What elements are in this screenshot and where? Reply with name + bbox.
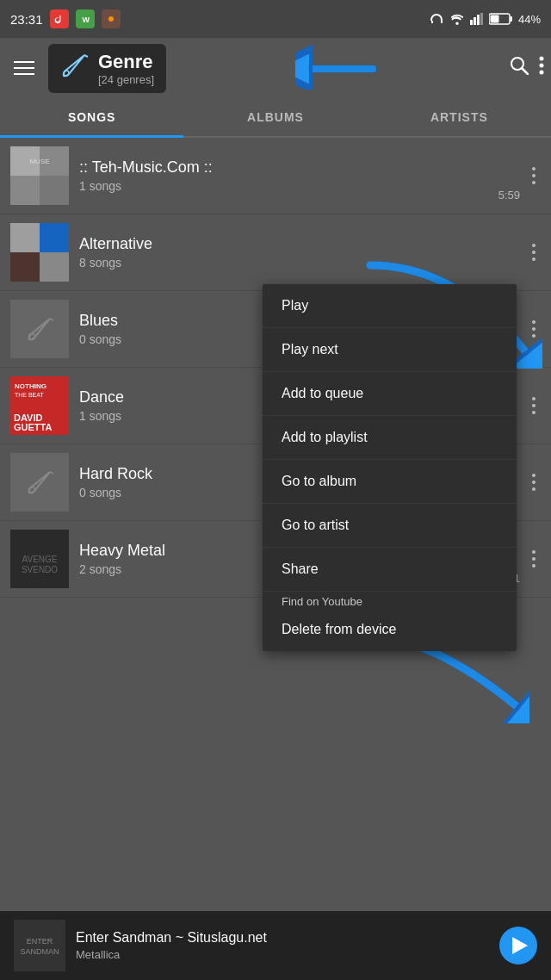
genre-songs: 8 songs <box>79 256 517 270</box>
svg-rect-21 <box>40 176 69 205</box>
genre-thumb-teh: MUSE <box>10 146 69 205</box>
svg-line-12 <box>84 55 88 57</box>
app-icon-whatsapp: W <box>76 9 95 28</box>
genre-name: Alternative <box>79 235 517 253</box>
genre-info: Alternative 8 songs <box>69 235 527 270</box>
more-options-button[interactable] <box>539 56 544 80</box>
mosaic-cell-2 <box>40 223 69 252</box>
genre-more-button[interactable] <box>527 394 541 418</box>
status-time: 23:31 <box>10 12 43 27</box>
signal-icon <box>470 13 484 25</box>
svg-line-30 <box>50 472 53 474</box>
svg-text:SANDMAN: SANDMAN <box>20 947 59 956</box>
hamburger-button[interactable] <box>7 54 41 82</box>
svg-rect-10 <box>510 16 512 22</box>
list-item: Alternative 8 songs <box>0 214 551 291</box>
context-menu-go-artist[interactable]: Go to artist <box>263 504 517 548</box>
genre-songs: 1 songs <box>79 179 517 193</box>
genre-thumb-dance: NOTHINGTHE BEATDAVIDGUETTA <box>10 376 69 435</box>
svg-text:MUSE: MUSE <box>29 158 49 165</box>
status-bar: 23:31 W 44% <box>0 0 551 38</box>
wifi-icon <box>449 13 465 25</box>
now-playing-bar: ENTERSANDMAN Enter Sandman ~ Situslagu.n… <box>0 911 551 980</box>
svg-rect-11 <box>490 16 498 23</box>
svg-line-15 <box>522 68 528 74</box>
status-left: 23:31 W <box>10 9 121 28</box>
mosaic-cell-3 <box>10 252 40 282</box>
arrow-annotation <box>173 45 503 92</box>
now-playing-title: Enter Sandman ~ Situslagu.net <box>76 930 489 946</box>
app-icon-3 <box>102 9 121 28</box>
genre-more-button[interactable] <box>527 547 541 571</box>
battery-icon <box>489 13 513 25</box>
now-playing-artist: Metallica <box>76 948 489 961</box>
genre-name: :: Teh-Music.Com :: <box>79 158 517 177</box>
context-menu-delete[interactable]: Delete from device <box>263 611 517 651</box>
header-icons <box>510 56 544 80</box>
genre-count: [24 genres] <box>98 73 154 86</box>
search-button[interactable] <box>510 56 529 80</box>
genre-more-button[interactable] <box>527 317 541 341</box>
now-playing-thumb: ENTERSANDMAN <box>14 920 65 971</box>
header: Genre [24 genres] <box>0 38 551 98</box>
genre-thumb-metal: AVENGESVENDO <box>10 530 69 588</box>
genre-thumb-hardrock <box>10 453 69 512</box>
svg-point-4 <box>108 16 114 22</box>
context-menu-play-next[interactable]: Play next <box>263 328 517 372</box>
svg-rect-7 <box>477 15 480 25</box>
tab-albums[interactable]: ALBUMS <box>183 98 367 136</box>
guitar-icon <box>60 53 90 83</box>
mosaic-cell-1 <box>10 223 40 252</box>
genre-more-button[interactable] <box>527 470 541 494</box>
tab-bar: SONGS ALBUMS ARTISTS <box>0 98 551 138</box>
list-item: MUSE :: Teh-Music.Com :: 1 songs 5:59 <box>0 138 551 214</box>
app-icon-tiktok <box>50 9 69 28</box>
svg-text:GUETTA: GUETTA <box>14 422 52 432</box>
title-text-group: Genre [24 genres] <box>98 51 154 86</box>
context-menu: Play Play next Add to queue Add to playl… <box>263 284 517 651</box>
svg-rect-6 <box>474 17 476 25</box>
svg-text:SVENDO: SVENDO <box>22 565 58 574</box>
status-right: 44% <box>429 13 541 26</box>
svg-rect-35 <box>14 920 65 971</box>
svg-text:NOTHING: NOTHING <box>15 382 46 390</box>
svg-text:ENTER: ENTER <box>27 937 53 946</box>
mosaic-cell-4 <box>40 252 69 282</box>
now-playing-info: Enter Sandman ~ Situslagu.net Metallica <box>76 930 489 961</box>
svg-point-16 <box>540 57 544 61</box>
genre-thumb-blues <box>10 300 69 358</box>
context-menu-share[interactable]: Share <box>263 548 517 592</box>
svg-rect-5 <box>470 20 473 25</box>
tab-songs[interactable]: SONGS <box>0 98 183 136</box>
genre-thumb-alternative <box>10 223 69 282</box>
context-menu-go-album[interactable]: Go to album <box>263 460 517 504</box>
svg-text:W: W <box>82 16 90 24</box>
svg-point-18 <box>540 71 544 75</box>
context-menu-play[interactable]: Play <box>263 284 517 328</box>
svg-rect-8 <box>480 13 483 25</box>
genre-more-button[interactable] <box>527 164 541 188</box>
left-arrow-icon <box>295 45 381 92</box>
title-box: Genre [24 genres] <box>48 44 166 93</box>
context-menu-add-playlist[interactable]: Add to playlist <box>263 416 517 460</box>
context-menu-add-queue[interactable]: Add to queue <box>263 372 517 416</box>
page-title: Genre <box>98 51 154 73</box>
genre-duration: 5:59 <box>498 189 520 202</box>
headphones-icon <box>429 13 444 25</box>
context-menu-find-yt[interactable]: Find on Youtube <box>263 592 517 611</box>
play-button[interactable] <box>499 927 537 964</box>
battery-pct: 44% <box>518 13 541 26</box>
svg-point-17 <box>540 64 544 68</box>
tab-artists[interactable]: ARTISTS <box>368 98 551 136</box>
genre-more-button[interactable] <box>527 240 541 264</box>
genre-info: :: Teh-Music.Com :: 1 songs <box>69 158 527 193</box>
svg-line-23 <box>50 319 53 320</box>
play-icon <box>512 937 528 954</box>
svg-text:THE BEAT: THE BEAT <box>15 392 44 398</box>
svg-text:AVENGE: AVENGE <box>22 555 58 564</box>
